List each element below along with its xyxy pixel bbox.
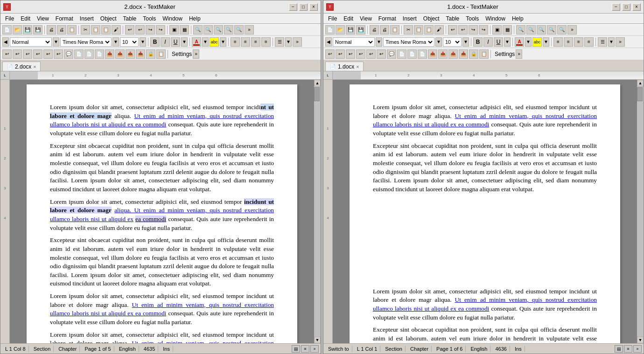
italic-btn-1docx[interactable]: I (483, 37, 493, 47)
tab-2docx[interactable]: 📄 2.docx × (2, 62, 41, 71)
style-arrow-1docx[interactable]: ◀ (325, 37, 332, 47)
search3-btn-1docx[interactable]: 🔍 (537, 25, 546, 35)
settings-btn6-1docx[interactable]: ↩ (377, 49, 386, 59)
view-more-2docx[interactable]: » (310, 345, 319, 353)
save-btn-1docx[interactable]: 💾 (346, 25, 355, 35)
settings-btn1-2docx[interactable]: ↩ (2, 49, 12, 59)
format-paint-2docx[interactable]: 🖌 (112, 25, 121, 35)
style-arrow-2docx[interactable]: ◀ (2, 37, 9, 47)
font-arrow-1docx[interactable]: ▼ (435, 37, 442, 47)
color-btn-1docx[interactable]: A (515, 37, 524, 47)
align-left-2docx[interactable]: ≡ (231, 37, 240, 47)
format-paint-1docx[interactable]: 🖌 (434, 25, 444, 35)
print-btn-2docx[interactable]: 🖨 (47, 25, 56, 35)
save2-btn-1docx[interactable]: 💾 (356, 25, 365, 35)
doc-text-1docx[interactable]: Lorem ipsum dolor sit amet, consectetur … (373, 103, 597, 343)
search-btn-2docx[interactable]: 🔍 (193, 25, 203, 35)
undo2-btn-2docx[interactable]: ↩ (135, 25, 145, 35)
save2-btn-2docx[interactable]: 💾 (33, 25, 42, 35)
menu-format-1docx[interactable]: Format (376, 14, 399, 23)
more-format-2docx[interactable]: » (293, 37, 302, 47)
print2-btn-2docx[interactable]: 🖨 (57, 25, 66, 35)
view1-btn-2docx[interactable]: ▣ (169, 25, 179, 35)
align-right-1docx[interactable]: ≡ (574, 37, 583, 47)
settings-btn10-1docx[interactable]: 📄 (418, 49, 427, 59)
settings-btn16-2docx[interactable]: 📋 (156, 49, 166, 59)
bold-btn-1docx[interactable]: B (473, 37, 483, 47)
redo2-btn-1docx[interactable]: ↪ (479, 25, 488, 35)
underline-arrow-2docx[interactable]: ▼ (181, 37, 188, 47)
minimize-button-2docx[interactable]: − (289, 3, 297, 11)
settings-btn1-1docx[interactable]: ↩ (325, 49, 335, 59)
view-normal-2docx[interactable]: ▤ (292, 345, 300, 353)
print3-btn-2docx[interactable]: 📋 (67, 25, 77, 35)
menu-help-1docx[interactable]: Help (509, 14, 526, 23)
style-select-2docx[interactable]: Normal (10, 37, 52, 47)
print2-btn-1docx[interactable]: 🖨 (380, 25, 389, 35)
font-select-2docx[interactable]: Times New Roma (60, 37, 112, 47)
view-normal-1docx[interactable]: ▤ (615, 345, 623, 353)
settings-btn12-1docx[interactable]: 📤 (438, 49, 448, 59)
settings-btn11-1docx[interactable]: 📤 (428, 49, 437, 59)
menu-file-2docx[interactable]: File (2, 14, 17, 23)
highlight-btn-1docx[interactable]: abc (532, 37, 542, 47)
redo2-btn-2docx[interactable]: ↪ (156, 25, 165, 35)
color-btn-2docx[interactable]: A (192, 37, 201, 47)
open-btn-2docx[interactable]: 📂 (13, 25, 22, 35)
print3-btn-1docx[interactable]: 📋 (390, 25, 399, 35)
color-arrow-2docx[interactable]: ▼ (202, 37, 209, 47)
redo-btn-2docx[interactable]: ↪ (146, 25, 155, 35)
search5-btn-2docx[interactable]: 🔍 (234, 25, 244, 35)
settings-btn9-1docx[interactable]: 📄 (407, 49, 417, 59)
document-scroll-2docx[interactable]: Lorem ipsum dolor sit amet, consectetur … (10, 80, 314, 343)
scroll-up-2docx[interactable]: ▲ (314, 80, 321, 86)
maximize-button-2docx[interactable]: □ (299, 3, 308, 11)
undo2-btn-1docx[interactable]: ↩ (458, 25, 468, 35)
view2-btn-2docx[interactable]: ▦ (180, 25, 189, 35)
minimize-button-1docx[interactable]: − (612, 3, 620, 11)
settings-btn3-2docx[interactable]: ↩ (23, 49, 32, 59)
menu-insert-1docx[interactable]: Insert (400, 14, 420, 23)
settings-label-1docx[interactable]: Settings (495, 51, 515, 57)
cut-btn-1docx[interactable]: ✂ (404, 25, 413, 35)
more-btn-1docx[interactable]: » (567, 25, 577, 35)
settings-btn2-2docx[interactable]: ↩ (13, 49, 22, 59)
menu-format-2docx[interactable]: Format (53, 14, 76, 23)
menu-window-2docx[interactable]: Window (160, 14, 185, 23)
settings-btn5-2docx[interactable]: ↩ (43, 49, 53, 59)
settings-btn12-2docx[interactable]: 📤 (115, 49, 125, 59)
size-arrow-2docx[interactable]: ▼ (140, 37, 146, 47)
settings-btn13-1docx[interactable]: 📤 (448, 49, 458, 59)
menu-table-1docx[interactable]: Table (443, 14, 462, 23)
menu-window-1docx[interactable]: Window (483, 14, 508, 23)
font-arrow-2docx[interactable]: ▼ (112, 37, 119, 47)
settings-btn8-1docx[interactable]: 📄 (397, 49, 406, 59)
view1-btn-1docx[interactable]: ▣ (492, 25, 502, 35)
menu-edit-1docx[interactable]: Edit (341, 14, 356, 23)
view-outline-2docx[interactable]: ≡ (301, 345, 309, 353)
new-btn-1docx[interactable]: 📄 (325, 25, 335, 35)
list-btn-2docx[interactable]: ☰ (275, 37, 284, 47)
search5-btn-1docx[interactable]: 🔍 (557, 25, 567, 35)
size-select-2docx[interactable]: 10 (120, 37, 139, 47)
menu-view-2docx[interactable]: View (34, 14, 52, 23)
menu-help-2docx[interactable]: Help (186, 14, 203, 23)
scroll-thumb-2docx[interactable] (314, 87, 320, 101)
cut-btn-2docx[interactable]: ✂ (81, 25, 90, 35)
close-button-2docx[interactable]: × (309, 3, 318, 11)
settings-btn10-2docx[interactable]: 📄 (95, 49, 104, 59)
print-btn-1docx[interactable]: 🖨 (370, 25, 379, 35)
menu-edit-2docx[interactable]: Edit (18, 14, 33, 23)
settings-btn4-1docx[interactable]: ↩ (356, 49, 365, 59)
paste-btn-2docx[interactable]: 📋 (101, 25, 111, 35)
menu-tools-2docx[interactable]: Tools (140, 14, 159, 23)
copy-btn-2docx[interactable]: 📋 (91, 25, 100, 35)
settings-expand-2docx[interactable]: » (193, 49, 199, 59)
menu-tools-1docx[interactable]: Tools (463, 14, 482, 23)
underline-arrow-1docx[interactable]: ▼ (504, 37, 511, 47)
paste-btn-1docx[interactable]: 📋 (424, 25, 434, 35)
view-more-1docx[interactable]: » (633, 345, 642, 353)
settings-btn15-2docx[interactable]: 🔒 (146, 49, 155, 59)
scroll-down-1docx[interactable]: ▼ (637, 337, 644, 343)
underline-btn-2docx[interactable]: U (171, 37, 180, 47)
